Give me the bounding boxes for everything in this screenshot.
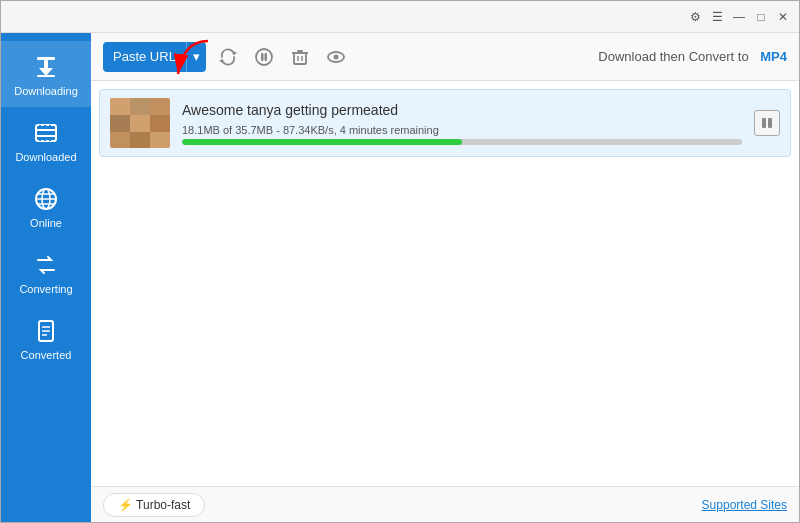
- svg-rect-36: [110, 98, 130, 115]
- svg-rect-7: [39, 125, 41, 129]
- progress-bar-track: [182, 139, 742, 145]
- svg-point-25: [256, 49, 272, 65]
- thumbnail-image: [110, 98, 170, 148]
- svg-rect-44: [150, 132, 170, 148]
- svg-rect-28: [294, 53, 306, 64]
- sidebar-label-downloaded: Downloaded: [15, 151, 76, 163]
- download-thumbnail: [110, 98, 170, 148]
- sidebar-label-converted: Converted: [21, 349, 72, 361]
- svg-rect-26: [261, 53, 264, 61]
- format-link[interactable]: MP4: [760, 49, 787, 64]
- maximize-button[interactable]: □: [753, 9, 769, 25]
- close-button[interactable]: ✕: [775, 9, 791, 25]
- app-window: ⚙ ☰ — □ ✕ Downloading: [0, 0, 800, 523]
- minimize-button[interactable]: —: [731, 9, 747, 25]
- convert-to-label: Download then Convert to MP4: [598, 49, 787, 64]
- delete-button[interactable]: [286, 43, 314, 71]
- sidebar-item-downloaded[interactable]: Downloaded: [1, 107, 91, 173]
- turbo-fast-button[interactable]: ⚡ Turbo-fast: [103, 493, 205, 517]
- svg-rect-39: [110, 115, 130, 132]
- svg-rect-8: [44, 125, 46, 129]
- download-icon: [32, 53, 60, 81]
- svg-marker-24: [219, 59, 223, 63]
- svg-rect-41: [150, 115, 170, 132]
- svg-rect-3: [37, 75, 55, 77]
- content-area: Paste URL ▾: [91, 33, 799, 522]
- preview-button[interactable]: [322, 43, 350, 71]
- svg-rect-42: [110, 132, 130, 148]
- sidebar-item-online[interactable]: Online: [1, 173, 91, 239]
- file-icon: [32, 317, 60, 345]
- svg-rect-5: [36, 129, 56, 131]
- download-title: Awesome tanya getting permeated: [182, 102, 742, 118]
- title-bar: ⚙ ☰ — □ ✕: [1, 1, 799, 33]
- svg-rect-10: [39, 137, 41, 141]
- item-pause-button[interactable]: [754, 110, 780, 136]
- download-info: Awesome tanya getting permeated 18.1MB o…: [182, 102, 742, 145]
- svg-rect-43: [130, 132, 150, 148]
- turbo-label: ⚡ Turbo-fast: [118, 498, 190, 512]
- bottom-bar: ⚡ Turbo-fast Supported Sites: [91, 486, 799, 522]
- svg-rect-11: [44, 137, 46, 141]
- svg-rect-45: [762, 118, 766, 128]
- paste-url-label: Paste URL: [103, 42, 187, 72]
- menu-button[interactable]: ☰: [709, 9, 725, 25]
- supported-sites-link[interactable]: Supported Sites: [702, 498, 787, 512]
- toolbar: Paste URL ▾: [91, 33, 799, 81]
- paste-url-dropdown-arrow[interactable]: ▾: [187, 42, 206, 72]
- svg-rect-12: [49, 137, 51, 141]
- paste-url-button[interactable]: Paste URL ▾: [103, 42, 206, 72]
- download-status: 18.1MB of 35.7MB - 87.34KB/s, 4 minutes …: [182, 124, 742, 136]
- svg-rect-38: [150, 98, 170, 115]
- pause-all-button[interactable]: [250, 43, 278, 71]
- download-item: Awesome tanya getting permeated 18.1MB o…: [99, 89, 791, 157]
- convert-icon: [32, 251, 60, 279]
- svg-marker-23: [233, 51, 237, 55]
- svg-marker-2: [39, 68, 53, 76]
- svg-rect-6: [36, 135, 56, 137]
- film-icon: [32, 119, 60, 147]
- sidebar-label-converting: Converting: [19, 283, 72, 295]
- svg-rect-0: [37, 57, 55, 60]
- download-progress-row: 18.1MB of 35.7MB - 87.34KB/s, 4 minutes …: [182, 124, 742, 145]
- sidebar-label-online: Online: [30, 217, 62, 229]
- progress-bar-fill: [182, 139, 462, 145]
- sidebar-item-converted[interactable]: Converted: [1, 305, 91, 371]
- svg-rect-37: [130, 98, 150, 115]
- refresh-button[interactable]: [214, 43, 242, 71]
- main-layout: Downloading Download: [1, 33, 799, 522]
- svg-rect-27: [264, 53, 267, 61]
- convert-label-text: Download then Convert to: [598, 49, 748, 64]
- globe-icon: [32, 185, 60, 213]
- sidebar: Downloading Download: [1, 33, 91, 522]
- svg-rect-9: [49, 125, 51, 129]
- svg-point-34: [333, 54, 338, 59]
- sidebar-item-downloading[interactable]: Downloading: [1, 41, 91, 107]
- download-list: Awesome tanya getting permeated 18.1MB o…: [91, 81, 799, 486]
- sidebar-item-converting[interactable]: Converting: [1, 239, 91, 305]
- svg-rect-40: [130, 115, 150, 132]
- svg-rect-46: [768, 118, 772, 128]
- settings-button[interactable]: ⚙: [687, 9, 703, 25]
- sidebar-label-downloading: Downloading: [14, 85, 78, 97]
